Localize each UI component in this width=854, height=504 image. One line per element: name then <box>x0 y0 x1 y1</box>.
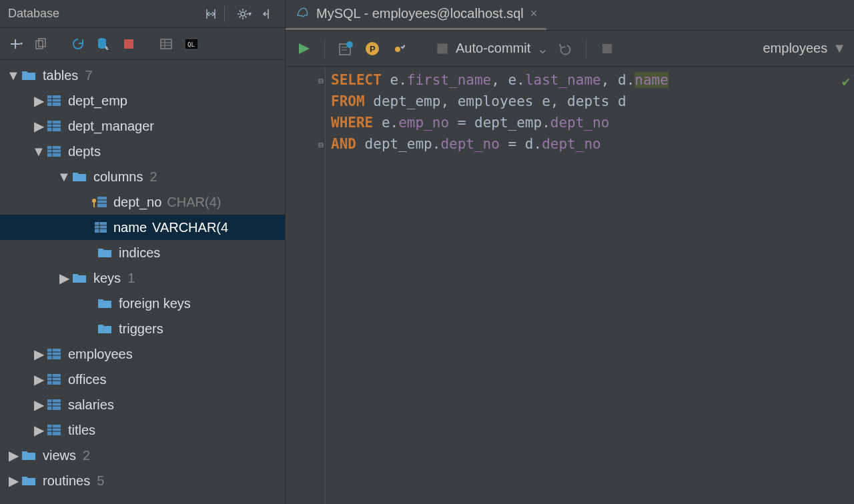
duplicate-icon[interactable] <box>32 35 49 53</box>
chevron-down-icon[interactable]: ⌄ <box>537 41 548 57</box>
tree-node-tables[interactable]: ▼ tables 7 <box>0 63 285 88</box>
auto-commit-toggle[interactable]: Auto-commit ⌄ <box>436 41 548 57</box>
tree-count: 1 <box>127 271 135 286</box>
console-icon[interactable]: QL <box>183 35 200 53</box>
tree-label: name <box>113 220 147 235</box>
rollback-icon[interactable] <box>555 39 575 59</box>
close-icon[interactable]: × <box>530 7 538 21</box>
alias: e <box>390 72 399 88</box>
tree-node-salaries[interactable]: ▶ salaries <box>0 392 285 417</box>
chevron-right-icon[interactable]: ▶ <box>32 373 45 386</box>
alias: d <box>618 93 626 109</box>
svg-rect-32 <box>47 349 61 359</box>
folder-icon <box>96 245 113 260</box>
ident: dept_no <box>542 136 601 152</box>
refresh-icon[interactable] <box>69 35 87 53</box>
kw-where: WHERE <box>331 115 373 131</box>
tree-label: tables <box>43 68 78 83</box>
folder-icon <box>20 473 37 488</box>
tree-node-dept-emp[interactable]: ▶ dept_emp <box>0 88 285 113</box>
chevron-right-icon[interactable]: ▶ <box>32 423 45 437</box>
svg-rect-11 <box>47 95 61 106</box>
key-column-icon <box>91 195 108 209</box>
database-toolbar: ▾ QL <box>0 28 285 60</box>
folder-icon <box>71 271 88 285</box>
schema-label: employees <box>763 41 827 56</box>
svg-rect-23 <box>97 197 107 207</box>
table-icon <box>45 119 63 133</box>
tree-label: offices <box>68 372 106 387</box>
ident: dept_no <box>550 115 610 131</box>
chevron-right-icon[interactable]: ▶ <box>32 347 45 361</box>
table: dept_emp <box>373 93 440 109</box>
tree-node-keys[interactable]: ▶ keys 1 <box>0 265 285 291</box>
editor-toolbar: P Auto-commit ⌄ employees ▼ <box>286 31 854 67</box>
add-icon[interactable]: ▾ <box>7 35 24 53</box>
code-editor[interactable]: ⊟ ⊟ SELECT e.first_name, e.last_name, d.… <box>286 67 854 504</box>
gear-icon[interactable]: ▾ <box>234 5 253 23</box>
tree-node-employees[interactable]: ▶ employees <box>0 341 285 367</box>
table: dept_emp <box>365 136 432 152</box>
chevron-right-icon[interactable]: ▶ <box>32 119 45 133</box>
tab-bar: MySQL - employees@localhost.sql × <box>286 0 854 31</box>
chevron-down-icon[interactable]: ▼ <box>57 170 71 183</box>
folder-icon <box>20 68 37 83</box>
tree-count: 7 <box>85 68 92 83</box>
chevron-down-icon[interactable]: ▼ <box>32 145 45 158</box>
run-icon[interactable] <box>294 39 314 59</box>
tree-node-dept-manager[interactable]: ▶ dept_manager <box>0 113 285 139</box>
collapse-icon[interactable] <box>201 5 220 23</box>
chevron-right-icon[interactable]: ▶ <box>32 398 45 411</box>
alias: e <box>382 115 390 131</box>
tree-label: views <box>43 448 76 463</box>
separator <box>586 39 586 58</box>
fold-start-icon[interactable]: ⊟ <box>318 71 324 92</box>
inspection-ok-icon[interactable]: ✔ <box>842 71 850 92</box>
settings-icon[interactable] <box>389 39 409 59</box>
explain-plan-icon[interactable] <box>336 39 356 59</box>
tree-node-offices[interactable]: ▶ offices <box>0 367 285 392</box>
chevron-right-icon[interactable]: ▶ <box>32 94 45 107</box>
database-tree[interactable]: ▼ tables 7 ▶ dept_emp ▶ dept_manager ▼ <box>0 60 285 504</box>
tree-node-depts[interactable]: ▼ depts <box>0 139 285 164</box>
hide-icon[interactable] <box>258 5 277 23</box>
svg-point-0 <box>241 12 245 16</box>
folder-icon <box>96 321 113 336</box>
svg-text:P: P <box>370 44 376 54</box>
svg-rect-4 <box>124 39 133 49</box>
tree-node-routines[interactable]: ▶ routines 5 <box>0 468 285 493</box>
tree-node-col-name[interactable]: name VARCHAR(4 <box>0 215 285 240</box>
chevron-down-icon: ▼ <box>833 41 846 56</box>
kw-and: AND <box>331 136 356 152</box>
parameters-icon[interactable]: P <box>362 39 382 59</box>
tree-node-views[interactable]: ▶ views 2 <box>0 443 285 468</box>
svg-rect-28 <box>95 222 107 233</box>
tree-label: titles <box>68 423 95 438</box>
tree-label: routines <box>43 473 90 489</box>
chevron-right-icon[interactable]: ▶ <box>7 474 20 487</box>
fold-end-icon[interactable]: ⊟ <box>318 135 324 156</box>
tree-node-indices[interactable]: ▶ indices <box>0 240 285 265</box>
gutter: ⊟ ⊟ <box>286 67 326 504</box>
chevron-right-icon[interactable]: ▶ <box>57 271 71 285</box>
tree-node-columns[interactable]: ▼ columns 2 <box>0 164 285 189</box>
code-body[interactable]: SELECT e.first_name, e.last_name, d.name… <box>326 67 854 504</box>
schema-selector[interactable]: employees ▼ <box>763 41 846 56</box>
tree-node-col-dept-no[interactable]: dept_no CHAR(4) <box>0 189 285 215</box>
datasource-properties-icon[interactable] <box>95 35 112 53</box>
chevron-right-icon[interactable]: ▶ <box>7 449 20 462</box>
table-view-icon[interactable] <box>157 35 175 53</box>
tree-count: 2 <box>149 169 157 185</box>
ident: first_name <box>407 72 491 88</box>
svg-rect-2 <box>39 39 45 47</box>
tree-node-titles[interactable]: ▶ titles <box>0 417 285 443</box>
stop-icon[interactable] <box>597 39 617 59</box>
mysql-icon <box>295 5 310 23</box>
stop-icon[interactable] <box>120 35 137 53</box>
chevron-down-icon[interactable]: ▼ <box>7 69 20 82</box>
tab-sql-file[interactable]: MySQL - employees@localhost.sql × <box>286 0 546 30</box>
tree-node-triggers[interactable]: ▶ triggers <box>0 316 285 341</box>
tree-label: dept_manager <box>68 119 154 134</box>
tree-node-foreign-keys[interactable]: ▶ foreign keys <box>0 291 285 316</box>
kw-select: SELECT <box>331 72 382 88</box>
